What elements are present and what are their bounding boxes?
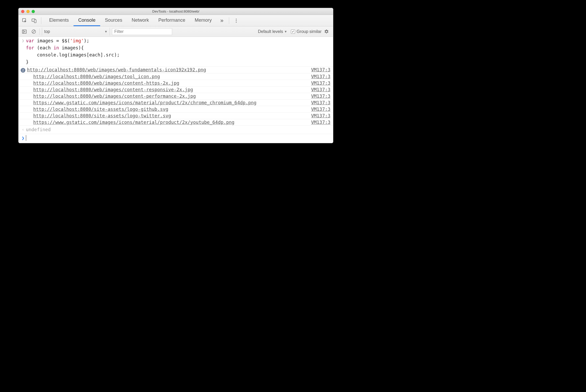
console-log-row: http://localhost:8080/web/images/content… [19,80,333,87]
console-log-row: http://localhost:8080/web/images/tool_ic… [19,73,333,80]
log-count-col [20,100,26,101]
log-source-link[interactable]: VM137:3 [307,80,330,86]
log-source-link[interactable]: VM137:3 [307,74,330,79]
console-input-history: ❯ var images = $$('img'); for (each in i… [19,37,333,67]
separator [40,28,40,35]
log-source-link[interactable]: VM137:3 [307,67,330,72]
log-count-col [20,87,26,88]
group-similar-label: Group similar [297,29,322,34]
clear-console-icon[interactable] [30,28,37,35]
log-message-link[interactable]: http://localhost:8080/web/images/tool_ic… [26,74,307,79]
inspect-element-icon[interactable] [21,17,29,25]
console-log-row: https://www.gstatic.com/images/icons/mat… [19,100,333,106]
main-tabbar: ElementsConsoleSourcesNetworkPerformance… [19,15,333,26]
svg-rect-2 [34,20,36,23]
console-toolbar: top ▼ Default levels ▼ ✓ Group similar [19,26,333,37]
log-count-col: 2 [20,67,26,73]
settings-icon[interactable] [324,28,331,35]
console-prompt[interactable]: ❯ [19,134,333,143]
console-log-row: http://localhost:8080/web/images/content… [19,93,333,100]
return-value: undefined [26,126,51,133]
toggle-sidebar-icon[interactable] [21,28,28,35]
input-caret-icon: ❯ [20,37,26,44]
log-count-col [20,94,26,94]
titlebar: DevTools - localhost:8080/web/ [19,8,333,15]
tabs: ElementsConsoleSourcesNetworkPerformance… [44,15,216,26]
log-count-col [20,74,26,75]
device-toolbar-icon[interactable] [30,17,38,25]
svg-line-9 [32,30,35,33]
console-log-row: http://localhost:8080/site-assets/logo-t… [19,113,333,119]
console-output: ❯ var images = $$('img'); for (each in i… [19,37,333,143]
svg-point-5 [236,22,237,22]
svg-point-3 [236,19,237,19]
window-title: DevTools - localhost:8080/web/ [19,9,333,13]
tab-network[interactable]: Network [127,15,154,26]
log-message-link[interactable]: http://localhost:8080/site-assets/logo-t… [26,113,307,118]
svg-point-4 [236,20,237,21]
log-message-link[interactable]: http://localhost:8080/web/images/content… [26,87,307,92]
kebab-menu-icon[interactable] [232,17,240,25]
log-source-link[interactable]: VM137:3 [307,94,330,99]
log-count-col [20,80,26,81]
chevron-down-icon: ▼ [104,30,108,33]
chevron-down-icon: ▼ [284,30,287,33]
devtools-window: DevTools - localhost:8080/web/ ElementsC… [18,8,333,143]
log-count-col [20,120,26,120]
separator [229,17,229,24]
tab-elements[interactable]: Elements [44,15,74,26]
tab-performance[interactable]: Performance [154,15,190,26]
filter-input[interactable] [112,28,172,35]
log-source-link[interactable]: VM137:3 [307,87,330,92]
checkbox-icon: ✓ [291,30,295,34]
log-message-link[interactable]: http://localhost:8080/web/images/content… [26,94,307,99]
console-log-row: https://www.gstatic.com/images/icons/mat… [19,119,333,126]
log-message-link[interactable]: https://www.gstatic.com/images/icons/mat… [26,100,307,105]
tab-sources[interactable]: Sources [100,15,127,26]
console-log-row: 2http://localhost:8080/web/images/web-fu… [19,67,333,73]
tab-console[interactable]: Console [74,15,100,26]
log-message-link[interactable]: https://www.gstatic.com/images/icons/mat… [26,120,307,125]
log-message-link[interactable]: http://localhost:8080/web/images/web-fun… [26,67,307,72]
log-source-link[interactable]: VM137:3 [307,120,330,125]
log-count-col [20,113,26,114]
console-log-row: http://localhost:8080/site-assets/logo-g… [19,106,333,113]
group-similar-toggle[interactable]: ✓ Group similar [291,29,322,34]
log-count-col [20,107,26,107]
separator [41,17,41,24]
log-message-link[interactable]: http://localhost:8080/site-assets/logo-g… [26,107,307,112]
repeat-count-badge: 2 [21,68,25,73]
levels-label: Default levels [258,29,283,34]
return-value-row: ‹ undefined [19,126,333,134]
return-arrow-icon: ‹ [20,126,26,133]
context-label: top [44,29,50,34]
more-tabs-icon[interactable]: » [218,17,226,25]
console-log-row: http://localhost:8080/web/images/content… [19,87,333,93]
context-selector[interactable]: top ▼ [42,28,110,36]
code-block: var images = $$('img'); for (each in ima… [26,37,120,66]
log-source-link[interactable]: VM137:3 [307,113,330,118]
log-source-link[interactable]: VM137:3 [307,107,330,112]
tab-memory[interactable]: Memory [190,15,216,26]
log-source-link[interactable]: VM137:3 [307,100,330,105]
log-levels-selector[interactable]: Default levels ▼ [256,29,289,34]
log-message-link[interactable]: http://localhost:8080/web/images/content… [26,80,307,86]
